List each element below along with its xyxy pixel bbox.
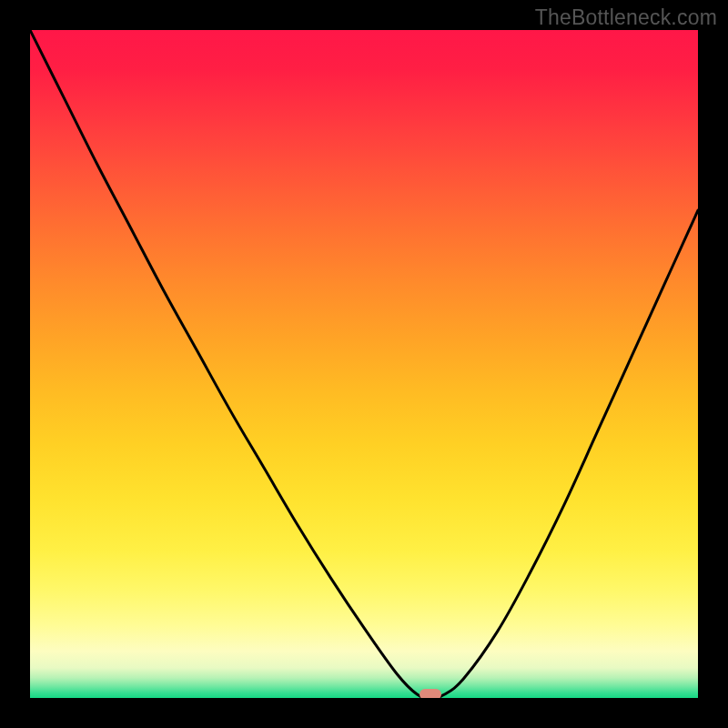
bottleneck-curve	[30, 30, 698, 698]
chart-frame: TheBottleneck.com	[0, 0, 728, 728]
plot-area	[30, 30, 698, 698]
optimal-marker-icon	[420, 689, 441, 698]
watermark-text: TheBottleneck.com	[535, 5, 717, 30]
